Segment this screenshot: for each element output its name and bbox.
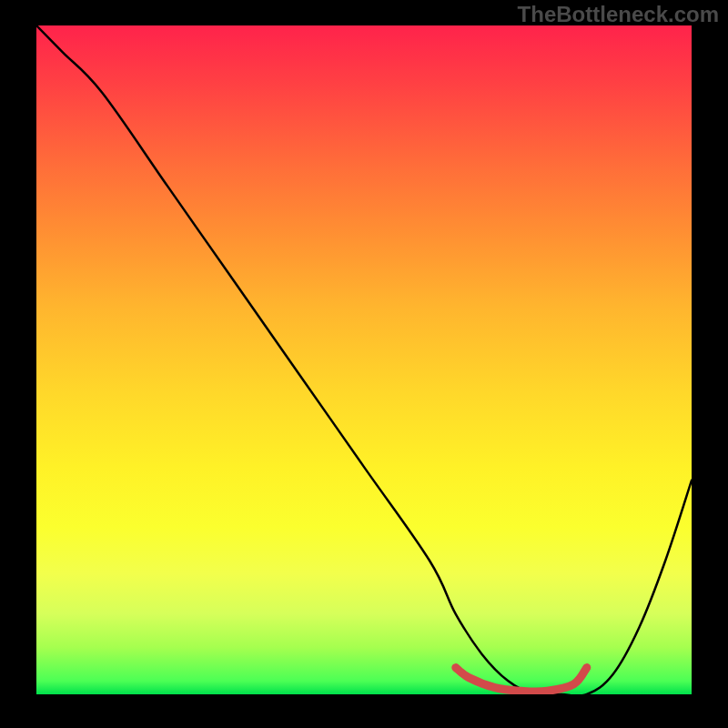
bottleneck-curve bbox=[36, 25, 692, 694]
optimal-range-marker bbox=[456, 668, 587, 692]
plot-area bbox=[36, 25, 692, 694]
chart-svg bbox=[36, 25, 692, 694]
chart-frame: TheBottleneck.com bbox=[0, 0, 728, 728]
watermark-text: TheBottleneck.com bbox=[518, 2, 719, 27]
